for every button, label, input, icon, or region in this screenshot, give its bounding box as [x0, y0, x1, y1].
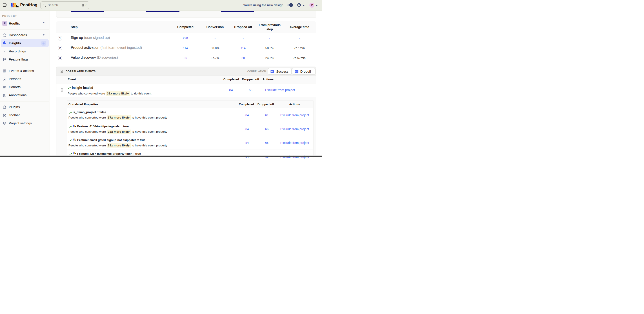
svg-text:A: A: [4, 70, 5, 72]
